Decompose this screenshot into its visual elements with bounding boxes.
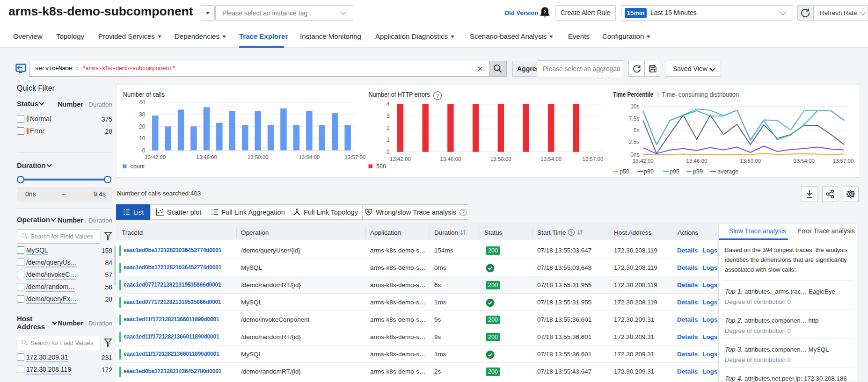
svg-text:13:57:00: 13:57:00	[833, 158, 854, 164]
svg-text:0: 0	[142, 147, 146, 154]
svg-text:30: 30	[139, 111, 146, 118]
svg-text:4: 4	[387, 101, 390, 108]
svg-text:0ns: 0ns	[630, 151, 639, 158]
svg-text:13:50:00: 13:50:00	[490, 156, 511, 162]
svg-text:13:54:00: 13:54:00	[794, 158, 815, 164]
svg-text:13:50:00: 13:50:00	[248, 154, 269, 160]
svg-text:Time–consuming distribution: Time–consuming distribution	[662, 91, 739, 98]
svg-text:13:54:00: 13:54:00	[540, 156, 562, 162]
svg-text:10: 10	[139, 135, 146, 142]
svg-text:13:50:00: 13:50:00	[740, 158, 761, 164]
svg-text:13:42:00: 13:42:00	[633, 158, 654, 164]
svg-text:20: 20	[139, 123, 146, 130]
svg-text:13:57:00: 13:57:00	[583, 156, 604, 162]
svg-text:p90: p90	[644, 168, 654, 175]
svg-text:500: 500	[376, 163, 386, 170]
svg-text:|: |	[657, 91, 659, 98]
svg-text:3: 3	[387, 113, 390, 119]
svg-text:Number of HTTP errors: Number of HTTP errors	[369, 91, 430, 98]
svg-text:average: average	[717, 168, 738, 175]
svg-text:13:42:00: 13:42:00	[145, 154, 166, 160]
svg-text:13:57:00: 13:57:00	[345, 154, 366, 160]
svg-text:7.5s: 7.5s	[629, 115, 640, 122]
svg-text:2: 2	[387, 125, 390, 131]
svg-text:Time Percentile: Time Percentile	[613, 91, 653, 98]
svg-text:1: 1	[387, 137, 390, 143]
svg-text:13:46:00: 13:46:00	[686, 158, 708, 164]
svg-text:40: 40	[139, 99, 146, 106]
svg-text:13:54:00: 13:54:00	[299, 154, 320, 160]
svg-text:?: ?	[436, 93, 439, 99]
svg-text:p95: p95	[670, 168, 679, 175]
svg-text:count: count	[131, 163, 145, 170]
svg-text:?: ?	[570, 230, 573, 235]
svg-text:?: ?	[462, 209, 465, 215]
svg-text:13:46:00: 13:46:00	[196, 154, 217, 160]
svg-text:Number of calls: Number of calls	[123, 91, 165, 98]
svg-text:0: 0	[387, 149, 390, 155]
svg-text:5s: 5s	[634, 127, 640, 134]
svg-text:13:42:00: 13:42:00	[390, 156, 411, 162]
svg-text:13:46:00: 13:46:00	[440, 156, 461, 162]
svg-text:10s: 10s	[630, 103, 639, 110]
svg-text:p99: p99	[693, 168, 703, 175]
svg-text:2.5s: 2.5s	[629, 139, 640, 145]
svg-text:p50: p50	[620, 168, 629, 175]
